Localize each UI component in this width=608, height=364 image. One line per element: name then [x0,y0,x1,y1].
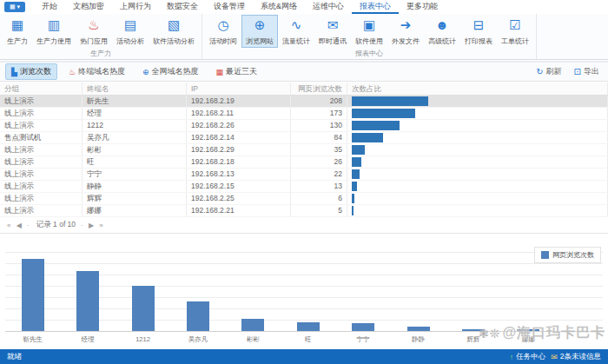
menu-item-8[interactable]: 更多功能 [399,0,446,14]
status-bar: 就绪 ↑ 任务中心 ✉ 2条未读信息 [0,349,608,364]
cell-group: 线上演示 [0,205,83,216]
unread-messages-button[interactable]: ✉ 2条未读信息 [551,352,601,362]
legend-label: 网页浏览次数 [552,250,594,260]
cell-ratio [347,181,608,192]
ribbon-button-浏览网站[interactable]: ⊕浏览网站 [241,15,278,48]
cell-name: 旺 [83,156,187,168]
ratio-bar [352,194,354,203]
column-header-3[interactable]: 网页浏览次数 [291,83,347,95]
ribbon-group-label-1: 报表中心 [205,48,533,59]
menu-item-4[interactable]: 设备管理 [206,0,253,14]
app-menu-button[interactable]: ▦ ▾ [4,2,25,12]
nav-next-icons[interactable]: · ▶ » [81,222,105,229]
table-row[interactable]: 线上演示辉辉192.168.2.256 [0,193,608,205]
ribbon-button-label: 工单统计 [501,36,529,46]
task-center-button[interactable]: ↑ 任务中心 [510,352,546,362]
report-tab-浏览次数[interactable]: ▙浏览次数 [5,63,57,80]
export-button[interactable]: ⊡ 导出 [571,64,603,79]
date-filter-button[interactable]: ▦ 最近三天 [210,63,264,80]
chart-x-label: 彬彬 [231,335,274,344]
ratio-bar [352,169,360,179]
chart-x-label: 吴亦凡 [176,335,220,344]
cell-group: 线上演示 [0,120,83,131]
cell-ip: 192.168.2.13 [187,169,291,180]
cell-group: 线上演示 [0,169,83,180]
cell-ratio [347,193,608,204]
ribbon-button-打印报表[interactable]: ⊟打印报表 [460,15,497,48]
menu-item-3[interactable]: 数据安全 [159,0,206,14]
task-center-icon: ↑ [510,353,514,361]
cell-count: 13 [291,181,347,192]
ribbon-button-高级统计[interactable]: ☻高级统计 [424,15,460,48]
table-row[interactable]: 售点测试机吴亦凡192.168.2.1484 [0,132,608,144]
ribbon-button-生产力使用[interactable]: ▥生产力使用 [32,15,76,48]
cell-ratio [347,156,608,168]
cell-count: 208 [291,96,347,107]
column-header-2[interactable]: IP [187,83,291,95]
cell-group: 线上演示 [0,96,83,107]
table-row[interactable]: 线上演示彬彬192.168.2.2935 [0,144,608,156]
table-row[interactable]: 线上演示经理192.168.2.11173 [0,108,608,120]
table-row[interactable]: 线上演示1212192.168.2.26130 [0,120,608,132]
column-header-4[interactable]: 次数占比 [347,83,608,95]
report-tab-label: 终端域名热度 [78,66,125,77]
column-header-0[interactable]: 分组 [0,83,83,95]
menu-item-2[interactable]: 上网行为 [112,0,159,14]
table-row[interactable]: 线上演示娜娜192.168.2.215 [0,205,608,217]
chart-x-label: 旺 [287,335,330,344]
cell-count: 26 [291,156,347,168]
ribbon-button-软件使用[interactable]: ▣软件使用 [351,15,387,48]
ribbon-button-生产力[interactable]: ▦生产力 [3,15,32,48]
cell-ratio [347,132,608,143]
table-row[interactable]: 线上演示靳先生192.168.2.19208 [0,96,608,108]
menu-item-1[interactable]: 文档加密 [65,0,112,14]
ribbon-button-活动时间[interactable]: ◷活动时间 [205,15,241,48]
ratio-bar [352,109,415,118]
nav-prev-icons[interactable]: « ◀ · [7,222,31,229]
cell-count: 130 [291,120,347,131]
ribbon-button-即时通讯[interactable]: ✉即时通讯 [314,15,351,48]
refresh-label: 刷新 [546,66,562,77]
software-usage-icon: ▣ [363,18,375,33]
chart-x-label: 靳先生 [11,335,55,344]
menu-item-7[interactable]: 报表中心 [352,0,399,14]
ribbon-button-活动分析[interactable]: ▤活动分析 [112,15,149,48]
menu-item-6[interactable]: 运维中心 [305,0,352,14]
traffic-stats-icon: ∿ [291,18,302,33]
cell-count: 6 [291,193,347,204]
report-tabs: ▙浏览次数♨终端域名热度⊕全网域名热度 [5,63,205,80]
report-toolbar: ▙浏览次数♨终端域名热度⊕全网域名热度 ▦ 最近三天 ↻ 刷新 ⊡ 导出 [0,63,608,82]
ratio-bar [352,145,365,155]
ribbon-button-工单统计[interactable]: ☑工单统计 [497,15,533,48]
task-center-label: 任务中心 [516,352,545,362]
productivity-icon: ▦ [11,18,23,33]
table-row[interactable]: 线上演示静静192.168.2.1513 [0,181,608,193]
record-label: 记录 1 of 10 [36,220,76,230]
ribbon-button-label: 流量统计 [282,36,310,46]
menu-item-0[interactable]: 开始 [34,0,65,14]
cell-group: 线上演示 [0,181,83,192]
all-domain-icon: ⊕ [142,68,149,76]
table-row[interactable]: 线上演示宁宁192.168.2.1322 [0,169,608,181]
cell-ip: 192.168.2.26 [187,120,291,131]
table-row[interactable]: 线上演示旺192.168.2.1826 [0,156,608,169]
cell-count: 5 [291,205,347,216]
menu-items: 开始文档加密上网行为数据安全设备管理系统&网络运维中心报表中心更多功能 [34,0,446,14]
ribbon-button-软件活动分析[interactable]: ▧软件活动分析 [149,15,199,48]
ribbon-button-热门应用[interactable]: ♨热门应用 [76,15,112,48]
report-tab-终端域名热度[interactable]: ♨终端域名热度 [63,63,131,80]
cell-ratio [347,96,608,107]
chart-bar-彬彬 [241,319,264,331]
chart-x-label: 静静 [397,335,440,344]
refresh-button[interactable]: ↻ 刷新 [532,64,565,79]
ribbon-button-外发文件[interactable]: ➔外发文件 [387,15,424,48]
cell-ip: 192.168.2.25 [187,193,291,204]
ratio-bar [352,133,383,142]
outgoing-files-icon: ➔ [400,18,412,33]
menu-item-5[interactable]: 系统&网络 [253,0,305,14]
column-header-1[interactable]: 终端名 [83,83,187,95]
ribbon-button-流量统计[interactable]: ∿流量统计 [278,15,314,48]
report-tab-全网域名热度[interactable]: ⊕全网域名热度 [136,63,205,80]
ratio-bar [352,121,400,130]
cell-ratio [347,120,608,131]
